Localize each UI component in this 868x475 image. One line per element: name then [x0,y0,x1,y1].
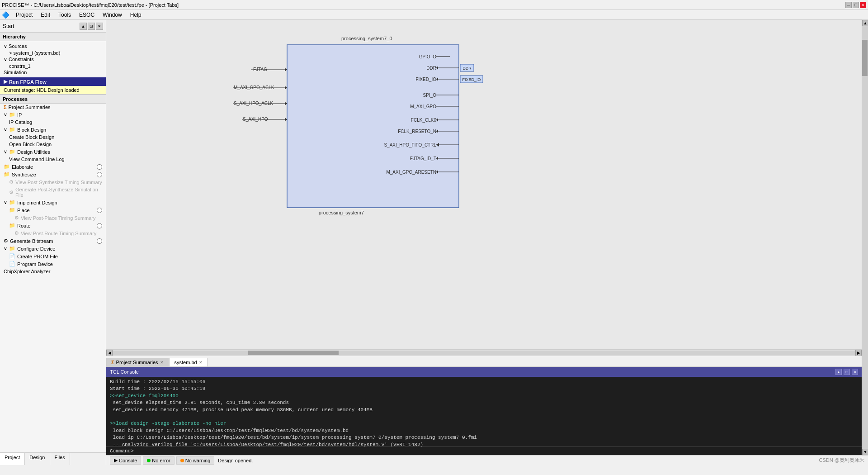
proc-design-utilities[interactable]: ∨ 📁 Design Utilities [0,148,106,156]
hier-constraints[interactable]: ∨ Constraints [0,56,106,63]
svg-text:S_AXI_HPO_FIFO_CTRL: S_AXI_HPO_FIFO_CTRL [384,142,436,147]
bottom-tabs-bar: Σ Project Summaries ✕ system.bd ✕ [106,356,862,367]
tab-files[interactable]: Files [50,453,70,465]
console-close-icon[interactable]: ✕ [852,369,858,375]
console-line-7: load block design C:/Users/Lisboa/Deskto… [110,428,858,434]
scroll-down-arrow[interactable]: ▼ [862,449,868,455]
console-up-icon[interactable]: ▲ [835,369,842,375]
horizontal-scrollbar[interactable]: ◀ ▶ [106,349,862,356]
gear-icon5: ⚙ [4,238,8,244]
toolbar-close-icon[interactable]: ✕ [96,23,103,30]
proc-view-cmd-log[interactable]: View Command Line Log [0,156,106,163]
canvas-area: processing_system7_0 FJTAG [106,20,868,455]
chevron-down-icon7: ∨ [4,246,7,252]
proc-ip-catalog[interactable]: IP Catalog [0,119,106,126]
menu-edit[interactable]: Edit [37,11,54,19]
menubar: 🔷 Project Edit Tools ESOC Window Help [0,10,868,20]
console-line-6: >>load_design -stage_elaborate -no_hier [110,420,858,427]
hier-system-bd[interactable]: > system_i (system.bd) [0,50,106,56]
sigma-icon: Σ [4,104,7,110]
synthesize-status-circle [97,172,102,177]
console-line-4: set_device elapsed_time 2.81 seconds, cp… [110,399,858,406]
run-fpga-button[interactable]: ▶ Run FPGA Flow [0,77,106,86]
canvas-main: processing_system7_0 FJTAG [106,20,862,455]
hier-constrs[interactable]: constrs_1 [0,63,106,69]
tab-system-bd[interactable]: system.bd ✕ [170,358,208,366]
tcl-console-header: TCL Console ▲ □ ✕ [106,367,862,377]
chevron-down-icon5: ∨ [4,149,7,155]
svg-text:FJTAG: FJTAG [253,67,267,72]
play-icon: ▶ [4,79,7,85]
proc-create-prom[interactable]: 📄 Create PROM File [0,252,106,260]
proc-ip[interactable]: ∨ 📁 IP [0,111,106,119]
command-input[interactable] [134,448,858,454]
proc-elaborate[interactable]: 📁 Elaborate [0,163,106,171]
tab-project-summaries[interactable]: Σ Project Summaries ✕ [106,358,169,366]
console-line-1: Build time : 2022/02/15 15:55:06 [110,379,858,385]
design-canvas[interactable]: processing_system7_0 FJTAG [106,20,862,349]
proc-route[interactable]: 📁 Route [0,222,106,229]
left-panel: Start ▲ ⊡ ✕ Hierarchy ∨ Sources > system… [0,20,106,465]
console-content: Build time : 2022/02/15 15:55:06 Start t… [106,377,862,446]
warning-dot-icon [180,459,184,462]
no-error-button[interactable]: No error [143,456,174,465]
v-scroll-track[interactable] [862,26,868,449]
console-line-8: load ip C:/Users/Lisboa/Desktop/test/fmq… [110,434,858,441]
toolbar-up-icon[interactable]: ▲ [80,23,87,30]
proc-block-design[interactable]: ∨ 📁 Block Design [0,126,106,133]
no-warning-button[interactable]: No warning [176,456,215,465]
proc-place[interactable]: 📁 Place [0,206,106,214]
console-max-icon[interactable]: □ [844,369,850,375]
menu-esoc[interactable]: ESOC [75,11,98,19]
proc-program-device[interactable]: 📄 Program Device [0,260,106,268]
error-dot-icon [147,459,151,462]
v-scroll-thumb[interactable] [862,40,868,76]
maximize-button[interactable]: □ [853,2,859,8]
proc-post-synth-timing: ⚙ View Post-Synthesize Timing Summary [0,178,106,186]
svg-text:FCLK_RESETO_N: FCLK_RESETO_N [398,129,436,134]
proc-configure-device[interactable]: ∨ 📁 Configure Device [0,245,106,252]
file-icon2: 📄 [9,261,15,267]
proc-project-summaries[interactable]: Σ Project Summaries [0,104,106,111]
menu-help[interactable]: Help [127,11,145,19]
toolbar-window-icon[interactable]: ⊡ [88,23,95,30]
block-top-label: processing_system7_0 [341,36,392,41]
svg-text:M_AXI_GPO: M_AXI_GPO [410,104,436,109]
scroll-up-arrow[interactable]: ▲ [862,20,868,26]
hierarchy-header: Hierarchy [0,33,106,41]
chevron-down-icon: ∨ [4,43,9,49]
scroll-right-arrow[interactable]: ▶ [855,350,862,356]
proc-create-block-design[interactable]: Create Block Design [0,133,106,141]
console-button[interactable]: ▶ Console [110,456,141,465]
proc-gen-bitstream[interactable]: ⚙ Generate Bitstream [0,237,106,245]
proc-post-route-timing: ⚙ View Post-Route Timing Summary [0,229,106,237]
scroll-track[interactable] [113,351,855,355]
proc-implement-design[interactable]: ∨ 📁 Implement Design [0,199,106,206]
menu-project[interactable]: Project [12,11,36,19]
scroll-thumb[interactable] [248,351,339,355]
svg-text:FIXED_IO: FIXED_IO [415,77,436,82]
vertical-scrollbar[interactable]: ▲ ▼ [862,20,868,455]
folder-icon7: 📁 [9,207,15,213]
tab-close-system-bd[interactable]: ✕ [199,360,203,365]
proc-open-block-design[interactable]: Open Block Design [0,141,106,148]
proc-synthesize[interactable]: 📁 Synthesize [0,171,106,178]
folder-icon6: 📁 [9,200,15,205]
hier-simulation[interactable]: Simulation [0,69,106,76]
tab-system-bd-label: system.bd [175,360,197,365]
titlebar: PROCISE™ - C:/Users/Lisboa/Desktop/test/… [0,0,868,10]
menu-tools[interactable]: Tools [55,11,75,19]
block-diagram-svg: processing_system7_0 FJTAG [197,33,604,223]
hier-sources[interactable]: ∨ Sources [0,43,106,50]
svg-text:DDR: DDR [426,66,436,71]
close-button[interactable]: ✕ [860,2,866,8]
menu-window[interactable]: Window [99,11,126,19]
minimize-button[interactable]: ─ [845,2,852,8]
proc-chipxplorer[interactable]: ChipXplorer Analyzer [0,268,106,275]
svg-text:FJTAG_ID_T: FJTAG_ID_T [410,156,436,161]
tab-design[interactable]: Design [25,453,50,465]
tab-project[interactable]: Project [0,453,25,465]
tab-close-project[interactable]: ✕ [160,360,164,365]
file-icon: 📄 [9,253,15,259]
scroll-left-arrow[interactable]: ◀ [106,350,113,356]
